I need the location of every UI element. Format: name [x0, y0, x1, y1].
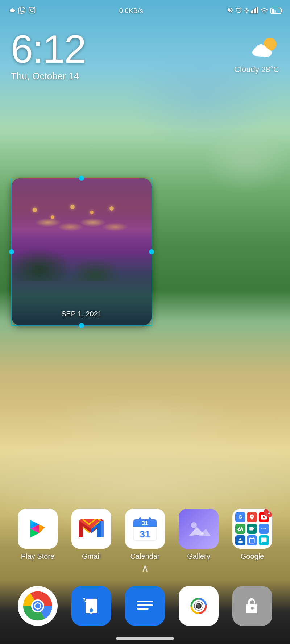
weather-description: Cloudy 28°C — [234, 65, 279, 74]
battery-icon: 28 — [270, 8, 283, 14]
wifi-icon — [260, 7, 268, 15]
app-row: Play Store Gmail 31 31 — [0, 509, 290, 561]
svg-rect-43 — [137, 601, 153, 602]
dock-item-messages[interactable] — [125, 586, 165, 626]
chrome-icon — [18, 586, 58, 626]
status-right-icons: ® 28 — [227, 7, 283, 15]
svg-rect-45 — [137, 608, 149, 610]
gmail-label: Gmail — [82, 552, 101, 561]
dock-item-chrome[interactable] — [18, 586, 58, 626]
camera-icon — [179, 586, 219, 626]
svg-text:31: 31 — [140, 529, 150, 540]
lock-icon — [232, 586, 272, 626]
svg-rect-5 — [254, 9, 255, 13]
app-item-google[interactable]: G — [232, 509, 272, 561]
svg-point-36 — [265, 528, 266, 529]
clock-date: Thu, October 14 — [11, 71, 86, 82]
svg-rect-9 — [281, 9, 282, 12]
mute-icon — [227, 7, 233, 15]
messages-icon — [125, 586, 165, 626]
status-bar: 0.0KB/s ® — [0, 0, 290, 22]
svg-rect-29 — [149, 517, 151, 522]
calendar-label: Calendar — [130, 552, 160, 561]
svg-point-41 — [35, 603, 40, 608]
resize-handle-top[interactable] — [79, 176, 84, 181]
instagram-icon — [28, 7, 36, 16]
svg-point-16 — [256, 44, 266, 53]
svg-point-31 — [191, 522, 197, 528]
app-item-gallery[interactable]: Gallery — [179, 509, 219, 561]
calendar-icon: 31 31 — [125, 509, 165, 549]
gallery-label: Gallery — [187, 552, 210, 561]
resize-handle-bottom[interactable] — [79, 323, 84, 328]
weather-widget: Cloudy 28°C — [234, 36, 279, 74]
home-bar — [116, 637, 174, 640]
dock-item-lock[interactable] — [232, 586, 272, 626]
svg-point-35 — [263, 528, 264, 529]
svg-rect-4 — [252, 10, 253, 13]
app-item-playstore[interactable]: Play Store — [18, 509, 58, 561]
app-item-gmail[interactable]: Gmail — [71, 509, 111, 561]
google-label: Google — [241, 552, 264, 561]
svg-rect-28 — [139, 517, 141, 522]
registered-icon: ® — [244, 8, 249, 14]
svg-point-34 — [261, 528, 262, 529]
photo-widget-inner: SEP 1, 2021 — [12, 178, 152, 325]
resize-handle-left[interactable] — [9, 249, 14, 254]
svg-point-51 — [196, 604, 198, 605]
svg-rect-0 — [29, 7, 35, 13]
bottom-dock — [0, 586, 290, 626]
svg-point-2 — [33, 8, 34, 9]
photo-date: SEP 1, 2021 — [61, 310, 102, 318]
alarm-icon — [236, 7, 242, 15]
status-left-icons — [7, 7, 36, 16]
resize-handle-right[interactable] — [149, 249, 154, 254]
svg-rect-3 — [251, 11, 252, 13]
playstore-icon — [18, 509, 58, 549]
whatsapp-icon — [18, 7, 25, 16]
svg-text:28: 28 — [272, 10, 277, 14]
status-network: 0.0KB/s — [119, 7, 144, 15]
svg-rect-6 — [255, 8, 256, 13]
swipe-up-indicator[interactable]: ∧ — [141, 563, 149, 573]
clock-widget: 6:12 Thu, October 14 — [11, 29, 86, 82]
svg-text:31: 31 — [142, 520, 148, 526]
svg-point-1 — [31, 9, 33, 11]
gallery-icon — [179, 509, 219, 549]
signal-icon — [251, 7, 258, 15]
svg-rect-7 — [257, 7, 258, 13]
svg-rect-44 — [137, 604, 153, 606]
dock-item-camera[interactable] — [179, 586, 219, 626]
gmail-icon — [71, 509, 111, 549]
playstore-label: Play Store — [21, 552, 54, 561]
weather-icon — [250, 36, 279, 63]
phone-icon — [71, 586, 111, 626]
app-item-calendar[interactable]: 31 31 Calendar — [125, 509, 165, 561]
svg-marker-19 — [39, 524, 45, 533]
photo-widget[interactable]: SEP 1, 2021 — [11, 178, 152, 326]
dock-item-phone[interactable] — [71, 586, 111, 626]
cloud-icon — [7, 7, 15, 15]
clock-time: 6:12 — [11, 29, 86, 69]
chevron-up-icon: ∧ — [141, 563, 149, 573]
google-folder-icon: G — [232, 509, 272, 549]
